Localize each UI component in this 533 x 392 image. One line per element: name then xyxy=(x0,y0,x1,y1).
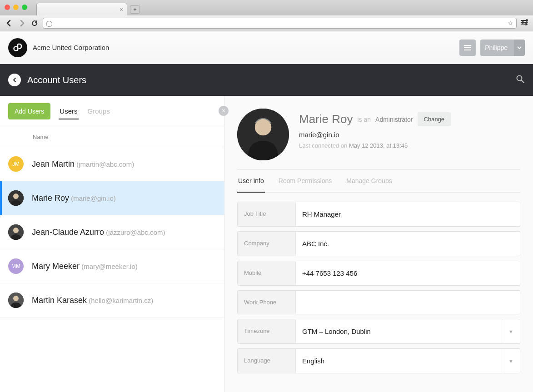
profile-name: Marie Roy xyxy=(299,112,353,126)
avatar: MM xyxy=(8,258,24,274)
avatar xyxy=(8,224,24,240)
value-timezone[interactable]: GTM – London, Dublin xyxy=(296,319,502,343)
close-panel-button[interactable]: × xyxy=(219,106,229,116)
user-email: (jazzuro@abc.com) xyxy=(104,228,165,236)
user-row[interactable]: Jean-Claude Azurro (jazzuro@abc.com) xyxy=(0,215,224,249)
profile-role: Administrator xyxy=(375,116,413,123)
current-user-name: Philippe xyxy=(485,44,508,51)
content: Add Users Users Groups × Name JMJean Mar… xyxy=(0,96,533,392)
company-logo[interactable] xyxy=(8,38,27,57)
label-timezone: Timezone xyxy=(238,319,296,343)
browser-reload-button[interactable] xyxy=(30,19,39,28)
chevron-down-icon[interactable]: ▼ xyxy=(502,349,520,373)
close-window-icon[interactable] xyxy=(5,5,10,10)
profile-header: Marie Roy is an Administrator Change mar… xyxy=(237,109,520,160)
user-name: Jean-Claude Azurro xyxy=(32,228,104,237)
list-header-name: Name xyxy=(0,127,224,147)
main-menu-button[interactable] xyxy=(459,40,476,56)
user-email: (jmartin@abc.com) xyxy=(75,160,134,168)
last-connected-date: May 12 2013, at 13:45 xyxy=(349,142,408,149)
field-work-phone[interactable]: Work Phone xyxy=(237,290,520,314)
user-name: Marie Roy xyxy=(32,194,69,203)
user-row[interactable]: Martin Karasek (hello@karimartin.cz) xyxy=(0,283,224,318)
browser-settings-icon[interactable] xyxy=(520,18,528,28)
last-connected: Last connected on May 12 2013, at 13:45 xyxy=(299,142,451,149)
value-language[interactable]: English xyxy=(296,349,502,373)
tab-room-permissions[interactable]: Room Permissions xyxy=(278,170,333,193)
close-tab-icon[interactable]: × xyxy=(120,6,123,13)
user-name: Mary Meeker xyxy=(32,262,80,271)
field-timezone[interactable]: Timezone GTM – London, Dublin ▼ xyxy=(237,319,520,344)
app-header: Acme United Corporation Philippe xyxy=(0,31,533,64)
user-email: (marie@gin.io) xyxy=(69,194,116,202)
label-work-phone: Work Phone xyxy=(238,291,296,314)
user-name: Martin Karasek xyxy=(32,296,87,305)
user-menu-button[interactable]: Philippe xyxy=(480,40,525,56)
browser-chrome: × + ◯ ☆ xyxy=(0,0,533,31)
company-name: Acme United Corporation xyxy=(33,44,109,51)
user-row[interactable]: Marie Roy (marie@gin.io) xyxy=(0,181,224,215)
svg-point-4 xyxy=(13,194,19,199)
user-email: (hello@karimartin.cz) xyxy=(87,297,153,304)
value-job-title[interactable]: RH Manager xyxy=(296,202,520,226)
tab-user-info[interactable]: User Info xyxy=(237,170,265,193)
value-work-phone[interactable] xyxy=(296,291,520,314)
svg-point-8 xyxy=(13,296,19,301)
label-company: Company xyxy=(238,232,296,256)
avatar: JM xyxy=(8,156,24,172)
last-connected-label: Last connected on xyxy=(299,142,347,149)
field-job-title[interactable]: Job Title RH Manager xyxy=(237,202,520,227)
user-info-form: Job Title RH Manager Company ABC Inc. Mo… xyxy=(237,202,520,373)
section-back-button[interactable] xyxy=(8,74,21,86)
tab-users[interactable]: Users xyxy=(59,104,78,119)
tab-manage-groups[interactable]: Manage Groups xyxy=(345,170,393,193)
change-role-button[interactable]: Change xyxy=(418,112,451,126)
new-tab-button[interactable]: + xyxy=(130,5,140,14)
section-title: Account Users xyxy=(27,75,86,85)
users-panel: Add Users Users Groups × Name JMJean Mar… xyxy=(0,96,224,392)
maximize-window-icon[interactable] xyxy=(22,5,27,10)
svg-point-6 xyxy=(13,228,19,233)
url-bar[interactable]: ◯ ☆ xyxy=(43,18,517,29)
chevron-down-icon[interactable]: ▼ xyxy=(502,319,520,343)
hamburger-icon xyxy=(464,47,471,48)
avatar xyxy=(8,293,24,308)
user-row[interactable]: JMJean Martin (jmartin@abc.com) xyxy=(0,147,224,181)
user-name: Jean Martin xyxy=(32,159,75,169)
chevron-down-icon xyxy=(514,40,525,56)
profile-role-prefix: is an xyxy=(357,116,371,123)
detail-panel: Marie Roy is an Administrator Change mar… xyxy=(224,96,533,392)
field-language[interactable]: Language English ▼ xyxy=(237,348,520,373)
user-row[interactable]: MMMary Meeker (mary@meeker.io) xyxy=(0,249,224,283)
field-mobile[interactable]: Mobile +44 7653 123 456 xyxy=(237,261,520,286)
app-root: Acme United Corporation Philippe Account… xyxy=(0,31,533,392)
field-company[interactable]: Company ABC Inc. xyxy=(237,231,520,256)
svg-line-2 xyxy=(522,80,524,83)
window-controls[interactable] xyxy=(5,5,27,10)
section-bar: Account Users xyxy=(0,64,533,96)
globe-icon: ◯ xyxy=(46,20,53,27)
avatar xyxy=(8,190,24,206)
detail-tabs: User Info Room Permissions Manage Groups xyxy=(237,169,520,193)
browser-forward-button[interactable] xyxy=(17,19,26,28)
profile-email: marie@gin.io xyxy=(299,131,451,139)
label-mobile: Mobile xyxy=(238,261,296,285)
add-users-button[interactable]: Add Users xyxy=(8,103,50,119)
label-job-title: Job Title xyxy=(238,202,296,226)
user-list: JMJean Martin (jmartin@abc.com)Marie Roy… xyxy=(0,147,224,392)
value-mobile[interactable]: +44 7653 123 456 xyxy=(296,261,520,285)
users-panel-tabs: Add Users Users Groups xyxy=(0,96,224,127)
tab-groups[interactable]: Groups xyxy=(87,104,111,119)
minimize-window-icon[interactable] xyxy=(13,5,19,10)
search-button[interactable] xyxy=(516,74,525,86)
label-language: Language xyxy=(238,349,296,373)
value-company[interactable]: ABC Inc. xyxy=(296,232,520,256)
browser-back-button[interactable] xyxy=(5,19,14,28)
user-email: (mary@meeker.io) xyxy=(80,263,138,270)
browser-tab-strip: × + xyxy=(0,0,533,15)
bookmark-star-icon[interactable]: ☆ xyxy=(508,20,513,27)
profile-avatar[interactable] xyxy=(237,109,289,160)
browser-tab[interactable]: × xyxy=(36,3,127,15)
browser-toolbar: ◯ ☆ xyxy=(0,15,533,31)
url-input[interactable] xyxy=(55,20,505,27)
